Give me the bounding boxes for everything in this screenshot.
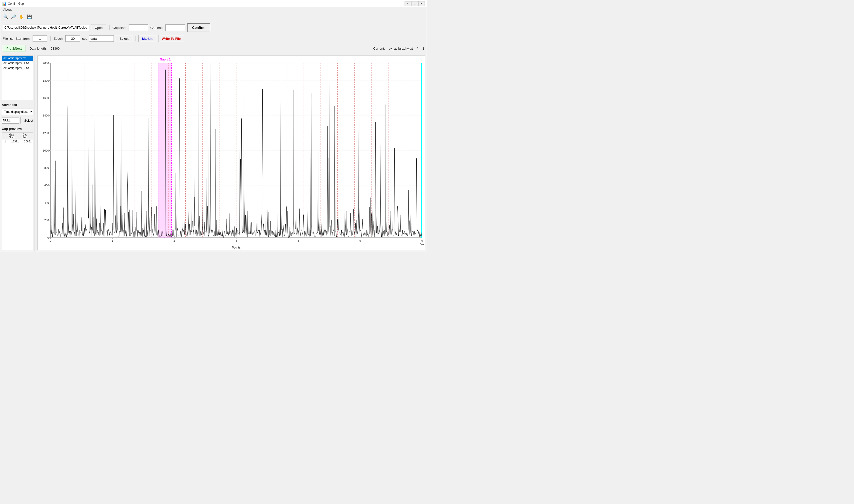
current-label: Current: bbox=[373, 47, 385, 50]
title-bar: 📊 ConfirmGap − □ ✕ bbox=[0, 0, 427, 7]
zoom-out-icon[interactable]: 🔎 bbox=[10, 13, 17, 20]
toolbar: 🔍 🔎 ✋ 💾 bbox=[0, 12, 427, 21]
separator-3 bbox=[135, 36, 135, 41]
gap-start-input[interactable] bbox=[129, 24, 148, 31]
start-from-label: Start from: bbox=[16, 37, 31, 40]
gap-col-num bbox=[3, 133, 6, 139]
chart-wrapper: Gap # 1 bbox=[36, 56, 425, 250]
gap-col-end: Gap End bbox=[23, 133, 32, 139]
gap-end-label: Gap end: bbox=[150, 26, 164, 30]
sec-label: sec bbox=[82, 37, 87, 40]
gap-row-end-0: 20651 bbox=[22, 140, 32, 143]
main-chart-canvas[interactable] bbox=[37, 56, 425, 250]
gap-preview-box: Gap Start Gap End 1 18371 20651 bbox=[2, 132, 33, 250]
data-type-input[interactable] bbox=[89, 35, 114, 42]
gap-row-num-0: 1 bbox=[3, 140, 6, 143]
write-to-file-button[interactable]: Write To File bbox=[158, 35, 185, 42]
menu-about[interactable]: About bbox=[2, 7, 13, 12]
gap-preview-label: Gap preview: bbox=[2, 127, 33, 130]
select-null-button[interactable]: Select bbox=[20, 117, 35, 124]
zoom-in-icon[interactable]: 🔍 bbox=[2, 13, 9, 20]
file-list-item-1[interactable]: ex_actigraphy_1.txt bbox=[2, 61, 33, 66]
null-select-row: Select bbox=[2, 117, 33, 124]
menu-bar: About bbox=[0, 7, 427, 12]
select-top-button[interactable]: Select bbox=[116, 35, 132, 42]
null-input[interactable] bbox=[2, 117, 19, 124]
file-list-box[interactable]: ex_actigraphy.txt ex_actigraphy_1.txt ex… bbox=[2, 56, 33, 100]
chart-area: Gap # 1 bbox=[35, 54, 427, 252]
separator-1 bbox=[109, 25, 110, 30]
start-from-input[interactable] bbox=[33, 35, 48, 42]
data-length-label: Data length: bbox=[29, 47, 47, 50]
separator-2 bbox=[50, 36, 51, 41]
data-length-value: 63360 bbox=[51, 47, 59, 50]
main-window: 📊 ConfirmGap − □ ✕ About 🔍 🔎 ✋ 💾 Open Ga… bbox=[0, 0, 427, 252]
window-title: ConfirmGap bbox=[8, 2, 24, 5]
file-list-item-2[interactable]: ex_actigraphy_2.txt bbox=[2, 66, 33, 71]
maximize-button[interactable]: □ bbox=[412, 1, 418, 6]
app-icon: 📊 bbox=[2, 2, 6, 6]
minimize-button[interactable]: − bbox=[404, 1, 411, 6]
epoch-input[interactable] bbox=[66, 35, 80, 42]
plot-next-button[interactable]: Plot&Next bbox=[3, 45, 25, 52]
file-list-item-0[interactable]: ex_actigraphy.txt bbox=[2, 56, 33, 61]
current-file-value: ex_actigraphy.txt bbox=[389, 47, 413, 50]
gap-end-input[interactable] bbox=[165, 24, 185, 31]
title-bar-left: 📊 ConfirmGap bbox=[2, 2, 24, 6]
left-panel: ex_actigraphy.txt ex_actigraphy_1.txt ex… bbox=[0, 54, 35, 252]
main-content: ex_actigraphy.txt ex_actigraphy_1.txt ex… bbox=[0, 54, 427, 252]
gap-col-start: Gap Start bbox=[9, 133, 19, 139]
file-path-input[interactable] bbox=[3, 24, 89, 31]
epoch-label: Epoch: bbox=[54, 37, 63, 40]
open-button[interactable]: Open bbox=[91, 24, 106, 31]
gap-start-label: Gap start: bbox=[112, 26, 127, 30]
gap-row-start-0: 18371 bbox=[10, 140, 19, 143]
window-controls: − □ ✕ bbox=[404, 1, 425, 6]
confirm-button[interactable]: Confirm bbox=[187, 23, 210, 32]
top-control-area: Open Gap start: Gap end: Confirm File li… bbox=[0, 21, 427, 54]
chart-container[interactable]: Gap # 1 bbox=[37, 56, 425, 250]
mark-it-button[interactable]: Mark it bbox=[139, 35, 156, 42]
gap-preview-header: Gap Start Gap End bbox=[2, 133, 33, 140]
file-list-label: File list: bbox=[3, 37, 14, 40]
gap-preview-row-0: 1 18371 20651 bbox=[2, 140, 33, 143]
pan-icon[interactable]: ✋ bbox=[18, 13, 25, 20]
time-display-dropdown[interactable]: Time display disabled bbox=[2, 109, 33, 115]
close-button[interactable]: ✕ bbox=[418, 1, 425, 6]
advanced-label: Advanced bbox=[2, 103, 33, 107]
hash-label: # bbox=[417, 47, 419, 50]
save-icon[interactable]: 💾 bbox=[26, 13, 33, 20]
hash-value: 1 bbox=[422, 47, 424, 50]
